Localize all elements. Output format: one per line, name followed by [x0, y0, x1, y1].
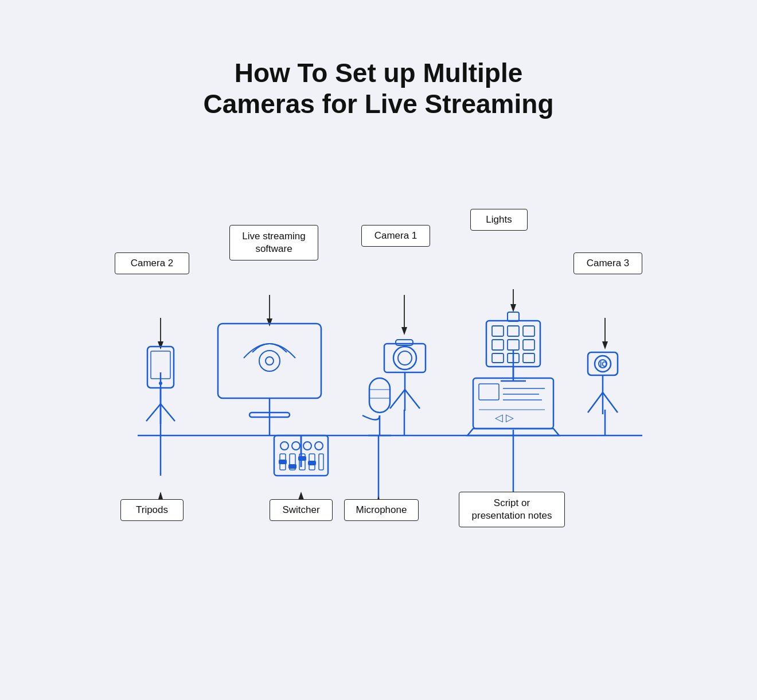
- microphone-label: Microphone: [344, 499, 419, 521]
- svg-rect-84: [479, 384, 499, 400]
- svg-line-37: [161, 404, 175, 421]
- svg-line-69: [405, 390, 420, 409]
- svg-rect-57: [369, 378, 390, 413]
- svg-point-39: [259, 351, 280, 371]
- svg-rect-75: [508, 340, 519, 350]
- camera3-label: Camera 3: [573, 252, 642, 274]
- svg-text:◁ ▷: ◁ ▷: [495, 412, 514, 423]
- tripods-label: Tripods: [120, 499, 184, 521]
- svg-rect-65: [396, 340, 413, 345]
- svg-rect-52: [319, 454, 323, 470]
- lights-label: Lights: [470, 209, 528, 231]
- svg-rect-38: [218, 324, 321, 398]
- script-notes-label: Script orpresentation notes: [459, 492, 565, 527]
- camera1-label: Camera 1: [361, 225, 430, 247]
- svg-rect-53: [279, 460, 287, 464]
- svg-line-35: [146, 404, 161, 421]
- page-title: How To Set up Multiple Cameras for Live …: [178, 57, 579, 120]
- svg-line-95: [588, 392, 603, 413]
- svg-point-40: [266, 357, 274, 365]
- live-streaming-software-label: Live streamingsoftware: [229, 225, 318, 260]
- svg-marker-4: [158, 341, 163, 349]
- svg-rect-71: [492, 326, 504, 336]
- svg-rect-55: [298, 456, 306, 461]
- switcher-label: Switcher: [270, 499, 333, 521]
- svg-text:IO: IO: [600, 360, 607, 368]
- svg-rect-79: [523, 353, 534, 363]
- svg-point-47: [315, 442, 323, 450]
- svg-rect-73: [523, 326, 534, 336]
- svg-rect-56: [308, 461, 316, 465]
- svg-point-63: [393, 347, 416, 370]
- svg-rect-77: [492, 353, 504, 363]
- card: How To Set up Multiple Cameras for Live …: [57, 34, 700, 666]
- svg-marker-12: [602, 341, 608, 349]
- svg-point-46: [303, 442, 311, 450]
- svg-marker-10: [510, 304, 516, 312]
- svg-rect-80: [508, 312, 519, 321]
- svg-point-33: [159, 382, 162, 385]
- svg-marker-17: [298, 492, 304, 500]
- svg-rect-72: [508, 326, 519, 336]
- svg-marker-6: [267, 318, 272, 326]
- svg-line-97: [603, 392, 618, 413]
- svg-marker-8: [401, 327, 407, 335]
- svg-rect-74: [492, 340, 504, 350]
- svg-point-44: [280, 442, 288, 450]
- svg-rect-54: [288, 464, 296, 469]
- camera2-label: Camera 2: [115, 252, 189, 274]
- diagram: ◁ ▷ IO Camera 2: [92, 154, 665, 547]
- svg-rect-76: [523, 340, 534, 350]
- svg-line-67: [390, 390, 405, 409]
- svg-rect-62: [384, 344, 426, 372]
- svg-point-64: [398, 351, 412, 365]
- svg-point-45: [292, 442, 300, 450]
